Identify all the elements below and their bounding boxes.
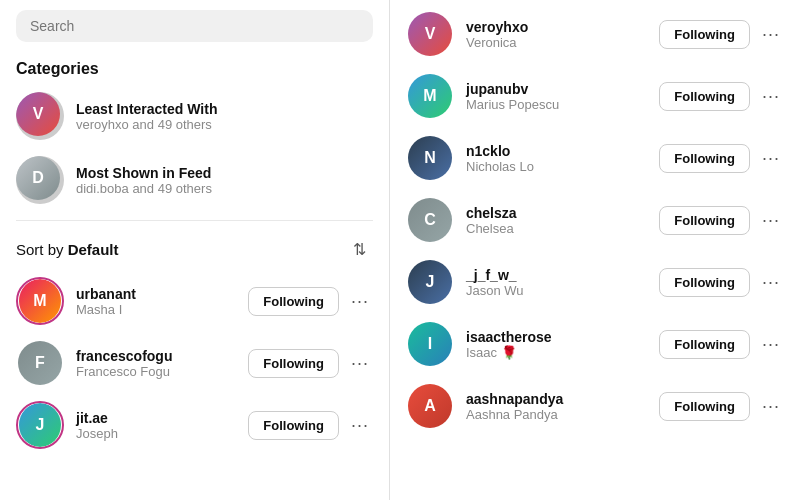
display-name-urbanant: Masha I — [76, 302, 248, 317]
left-user-row-urbanant: M urbanant Masha I Following ··· — [16, 277, 373, 325]
following-button-aashnapandya[interactable]: Following — [659, 392, 750, 421]
avatar-circle: M — [19, 279, 61, 323]
avatar-circle: I — [408, 322, 452, 366]
avatar-circle: D — [16, 156, 60, 200]
user-avatar-veroyhxo: V — [406, 10, 454, 58]
display-name-francescofogu: Francesco Fogu — [76, 364, 248, 379]
categories-title: Categories — [16, 60, 373, 78]
user-avatar-isaactherose: I — [406, 320, 454, 368]
search-input[interactable] — [16, 10, 373, 42]
more-button-jfw[interactable]: ··· — [758, 272, 784, 293]
left-user-row-jit-ae: J jit.ae Joseph Following ··· — [16, 401, 373, 449]
display-name-chelsza: Chelsea — [466, 221, 659, 236]
category-name: Least Interacted With — [76, 101, 217, 117]
categories-list: V Least Interacted With veroyhxo and 49 … — [16, 92, 373, 204]
following-button-jit-ae[interactable]: Following — [248, 411, 339, 440]
category-avatar-least-interacted: V — [16, 92, 64, 140]
avatar-circle: V — [408, 12, 452, 56]
right-users-list: V veroyhxo Veronica Following ··· M jupa… — [406, 10, 784, 430]
category-avatar-most-shown: D — [16, 156, 64, 204]
right-user-row-chelsza: C chelsza Chelsea Following ··· — [406, 196, 784, 244]
user-info-veroyhxo: veroyhxo Veronica — [466, 19, 659, 50]
right-user-row-veroyhxo: V veroyhxo Veronica Following ··· — [406, 10, 784, 58]
user-avatar-aashnapandya: A — [406, 382, 454, 430]
category-sub: didi.boba and 49 others — [76, 181, 212, 196]
sort-row: Sort by Default ⇅ — [16, 235, 373, 263]
avatar-circle: J — [408, 260, 452, 304]
more-button-jupanubv[interactable]: ··· — [758, 86, 784, 107]
display-name-jupanubv: Marius Popescu — [466, 97, 659, 112]
more-button-urbanant[interactable]: ··· — [347, 291, 373, 312]
following-button-jfw[interactable]: Following — [659, 268, 750, 297]
user-avatar-chelsza: C — [406, 196, 454, 244]
left-user-row-francescofogu: F francescofogu Francesco Fogu Following… — [16, 339, 373, 387]
left-users-list: M urbanant Masha I Following ··· F franc… — [16, 277, 373, 449]
right-user-row-n1cklo: N n1cklo Nicholas Lo Following ··· — [406, 134, 784, 182]
user-info-isaactherose: isaactherose Isaac 🌹 — [466, 329, 659, 360]
user-avatar-n1cklo: N — [406, 134, 454, 182]
following-button-jupanubv[interactable]: Following — [659, 82, 750, 111]
username-veroyhxo: veroyhxo — [466, 19, 659, 35]
user-avatar-jupanubv: M — [406, 72, 454, 120]
display-name-isaactherose: Isaac 🌹 — [466, 345, 659, 360]
more-button-isaactherose[interactable]: ··· — [758, 334, 784, 355]
user-avatar-jit-ae: J — [16, 401, 64, 449]
right-user-row-isaactherose: I isaactherose Isaac 🌹 Following ··· — [406, 320, 784, 368]
following-button-urbanant[interactable]: Following — [248, 287, 339, 316]
username-francescofogu: francescofogu — [76, 348, 248, 364]
username-jit-ae: jit.ae — [76, 410, 248, 426]
following-button-veroyhxo[interactable]: Following — [659, 20, 750, 49]
right-user-row-jupanubv: M jupanubv Marius Popescu Following ··· — [406, 72, 784, 120]
left-panel: Categories V Least Interacted With veroy… — [0, 0, 390, 500]
sort-icon[interactable]: ⇅ — [345, 235, 373, 263]
more-button-francescofogu[interactable]: ··· — [347, 353, 373, 374]
user-info-n1cklo: n1cklo Nicholas Lo — [466, 143, 659, 174]
user-avatar-urbanant: M — [16, 277, 64, 325]
following-button-francescofogu[interactable]: Following — [248, 349, 339, 378]
username-jfw: _j_f_w_ — [466, 267, 659, 283]
right-user-row-aashnapandya: A aashnapandya Aashna Pandya Following ·… — [406, 382, 784, 430]
sort-value: Default — [68, 241, 119, 258]
user-info-francescofogu: francescofogu Francesco Fogu — [76, 348, 248, 379]
user-avatar-francescofogu: F — [16, 339, 64, 387]
more-button-chelsza[interactable]: ··· — [758, 210, 784, 231]
avatar-circle: V — [16, 92, 60, 136]
display-name-aashnapandya: Aashna Pandya — [466, 407, 659, 422]
sort-label: Sort by Default — [16, 241, 119, 258]
category-info-least-interacted: Least Interacted With veroyhxo and 49 ot… — [76, 101, 217, 132]
display-name-veroyhxo: Veronica — [466, 35, 659, 50]
more-button-veroyhxo[interactable]: ··· — [758, 24, 784, 45]
divider-1 — [16, 220, 373, 221]
category-item-most-shown[interactable]: D Most Shown in Feed didi.boba and 49 ot… — [16, 156, 373, 204]
username-chelsza: chelsza — [466, 205, 659, 221]
username-aashnapandya: aashnapandya — [466, 391, 659, 407]
username-isaactherose: isaactherose — [466, 329, 659, 345]
user-avatar-jfw: J — [406, 258, 454, 306]
following-button-chelsza[interactable]: Following — [659, 206, 750, 235]
following-button-isaactherose[interactable]: Following — [659, 330, 750, 359]
more-button-n1cklo[interactable]: ··· — [758, 148, 784, 169]
right-panel: V veroyhxo Veronica Following ··· M jupa… — [390, 0, 800, 500]
more-button-jit-ae[interactable]: ··· — [347, 415, 373, 436]
display-name-jit-ae: Joseph — [76, 426, 248, 441]
avatar-circle: N — [408, 136, 452, 180]
category-item-least-interacted[interactable]: V Least Interacted With veroyhxo and 49 … — [16, 92, 373, 140]
avatar-circle: C — [408, 198, 452, 242]
avatar-circle: J — [19, 403, 61, 447]
right-user-row-jfw: J _j_f_w_ Jason Wu Following ··· — [406, 258, 784, 306]
following-button-n1cklo[interactable]: Following — [659, 144, 750, 173]
category-info-most-shown: Most Shown in Feed didi.boba and 49 othe… — [76, 165, 212, 196]
user-info-jit-ae: jit.ae Joseph — [76, 410, 248, 441]
user-info-urbanant: urbanant Masha I — [76, 286, 248, 317]
category-name: Most Shown in Feed — [76, 165, 212, 181]
avatar-circle: F — [18, 341, 62, 385]
user-info-chelsza: chelsza Chelsea — [466, 205, 659, 236]
more-button-aashnapandya[interactable]: ··· — [758, 396, 784, 417]
username-jupanubv: jupanubv — [466, 81, 659, 97]
avatar-circle: M — [408, 74, 452, 118]
category-sub: veroyhxo and 49 others — [76, 117, 217, 132]
username-n1cklo: n1cklo — [466, 143, 659, 159]
display-name-n1cklo: Nicholas Lo — [466, 159, 659, 174]
avatar-circle: A — [408, 384, 452, 428]
user-info-aashnapandya: aashnapandya Aashna Pandya — [466, 391, 659, 422]
